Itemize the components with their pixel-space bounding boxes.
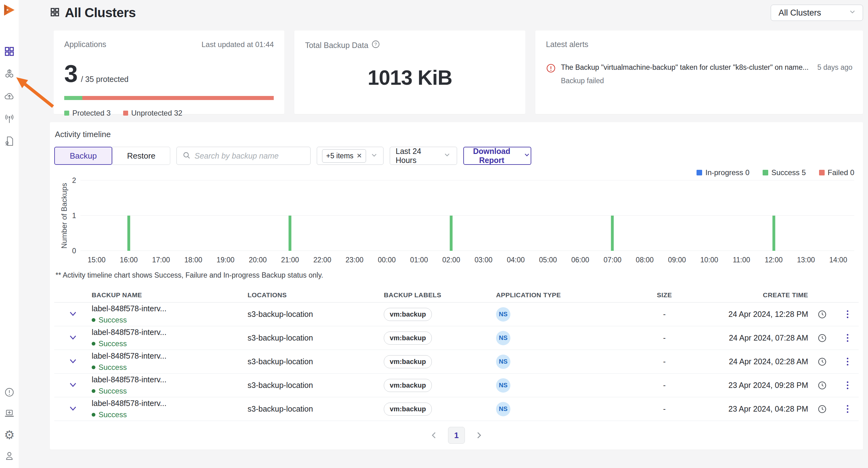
clusters-cubes-icon xyxy=(3,68,15,81)
col-backup-labels: BACKUP LABELS xyxy=(384,291,496,299)
clock-icon[interactable] xyxy=(817,357,827,366)
unprotected-legend: Unprotected 32 xyxy=(123,109,182,118)
tab-backup[interactable]: Backup xyxy=(54,147,112,165)
info-circle-icon xyxy=(3,387,15,399)
table-row[interactable]: label-848f578-interv... Success s3-backu… xyxy=(54,326,859,350)
sidebar-item-add-node[interactable] xyxy=(2,407,16,421)
protected-legend-swatch xyxy=(64,111,69,115)
row-expand-button[interactable] xyxy=(66,355,80,369)
clock-icon[interactable] xyxy=(817,310,827,319)
backup-status: Success xyxy=(92,339,248,348)
latest-alerts-card: Latest alerts The Backup "virtualmachine… xyxy=(535,31,863,114)
table-header-row: BACKUP NAME LOCATIONS BACKUP LABELS APPL… xyxy=(54,288,859,303)
pagination: 1 xyxy=(54,421,859,449)
chevron-down-icon xyxy=(370,151,378,161)
application-type-badge: NS xyxy=(496,378,510,393)
row-actions-menu[interactable] xyxy=(847,405,848,413)
sidebar-item-settings[interactable]: ⚙ xyxy=(2,428,16,442)
clock-icon[interactable] xyxy=(817,404,827,414)
svg-text:?: ? xyxy=(374,42,377,47)
progress-unprotected xyxy=(82,96,274,100)
sidebar-item-audit[interactable] xyxy=(2,135,16,148)
chart-bar[interactable] xyxy=(772,215,775,251)
sidebar: ⚙ xyxy=(0,0,19,468)
kebab-menu-icon xyxy=(847,358,848,366)
chevron-down-icon xyxy=(848,8,857,18)
table-row[interactable]: label-848f578-interv... Success s3-backu… xyxy=(54,350,859,374)
remove-filter-icon[interactable]: ✕ xyxy=(357,152,362,160)
sidebar-item-clusters[interactable] xyxy=(2,67,16,81)
kebab-menu-icon xyxy=(847,334,848,342)
sidebar-item-profile[interactable] xyxy=(2,449,16,463)
alert-timestamp: 5 days ago xyxy=(817,63,852,72)
legend-success: Success 5 xyxy=(763,168,806,177)
app-logo[interactable] xyxy=(3,3,16,18)
activity-chart: Number of Backups 012 15:0016:0017:0018:… xyxy=(54,180,859,264)
clock-icon[interactable] xyxy=(817,381,827,390)
laptop-plus-icon xyxy=(3,407,15,420)
col-application-type: APPLICATION TYPE xyxy=(496,291,627,299)
kebab-menu-icon xyxy=(847,381,848,389)
row-expand-button[interactable] xyxy=(66,378,80,392)
unprotected-legend-swatch xyxy=(123,111,128,115)
activity-timeline-card: Activity timeline BackupRestore +5 items… xyxy=(50,122,863,449)
table-row[interactable]: label-848f578-interv... Success s3-backu… xyxy=(54,397,859,421)
backup-label-chip: vm:backup xyxy=(384,308,432,321)
row-actions-menu[interactable] xyxy=(847,358,848,366)
page-number-button[interactable]: 1 xyxy=(448,427,465,444)
backup-location: s3-backup-location xyxy=(248,310,384,319)
page-header: All Clusters All Clusters xyxy=(50,3,863,23)
page-title: All Clusters xyxy=(65,5,135,20)
activity-controls: BackupRestore +5 items ✕ Las xyxy=(54,147,859,165)
backup-location: s3-backup-location xyxy=(248,404,384,413)
tab-restore[interactable]: Restore xyxy=(112,147,170,165)
last-updated-text: Last updated at 01:44 xyxy=(202,40,274,49)
row-expand-button[interactable] xyxy=(66,307,80,321)
total-backup-data-title: Total Backup Data xyxy=(305,41,368,50)
table-row[interactable]: label-848f578-interv... Success s3-backu… xyxy=(54,374,859,397)
status-filter-dropdown[interactable]: +5 items ✕ xyxy=(317,147,383,165)
chart-footnote: ** Activity timeline chart shows Success… xyxy=(56,271,859,279)
status-dot-icon xyxy=(92,413,95,416)
sidebar-item-cloud-backup[interactable] xyxy=(2,90,16,103)
row-actions-menu[interactable] xyxy=(847,334,848,342)
row-expand-button[interactable] xyxy=(66,402,80,416)
protection-progress-bar xyxy=(64,96,274,100)
backup-name: label-848f578-interv... xyxy=(92,352,248,361)
sidebar-item-dashboard[interactable] xyxy=(2,45,16,59)
chart-bar[interactable] xyxy=(289,215,291,251)
status-dot-icon xyxy=(92,342,95,345)
cluster-selector-dropdown[interactable]: All Clusters xyxy=(771,5,863,21)
kebab-menu-icon xyxy=(847,405,848,413)
sidebar-item-alerts[interactable] xyxy=(2,386,16,399)
filter-chip-label: +5 items xyxy=(326,152,353,160)
prev-page-button[interactable] xyxy=(429,431,439,440)
backup-label-chip: vm:backup xyxy=(384,332,432,345)
backup-size: - xyxy=(627,404,702,413)
backup-label-chip: vm:backup xyxy=(384,355,432,368)
alert-item[interactable]: The Backup "virtualmachine-backup" taken… xyxy=(546,63,852,85)
chevron-down-icon xyxy=(443,151,451,161)
help-icon[interactable]: ? xyxy=(371,40,380,51)
time-range-dropdown[interactable]: Last 24 Hours xyxy=(390,147,457,165)
clock-icon[interactable] xyxy=(817,333,827,343)
next-page-button[interactable] xyxy=(474,431,484,440)
status-dot-icon xyxy=(92,366,95,369)
backup-label-chip: vm:backup xyxy=(384,403,432,416)
table-row[interactable]: label-848f578-interv... Success s3-backu… xyxy=(54,303,859,326)
chart-bar[interactable] xyxy=(611,215,614,251)
download-report-button[interactable]: Download Report xyxy=(463,147,531,165)
row-actions-menu[interactable] xyxy=(847,310,848,318)
chart-x-axis: 15:0016:0017:0018:0019:0020:0021:0022:00… xyxy=(81,256,854,264)
row-expand-button[interactable] xyxy=(66,331,80,345)
protected-legend-label: Protected 3 xyxy=(72,109,111,118)
col-backup-name: BACKUP NAME xyxy=(92,291,248,299)
chart-bar[interactable] xyxy=(127,215,130,251)
search-input[interactable] xyxy=(194,152,305,161)
create-time: 23 Apr 2024, 04:28 PM xyxy=(702,404,808,413)
chart-bar[interactable] xyxy=(450,215,453,251)
sidebar-item-broadcast[interactable] xyxy=(2,112,16,126)
chart-plot-area: 012 xyxy=(81,180,854,251)
row-actions-menu[interactable] xyxy=(847,381,848,389)
search-icon xyxy=(182,151,191,161)
